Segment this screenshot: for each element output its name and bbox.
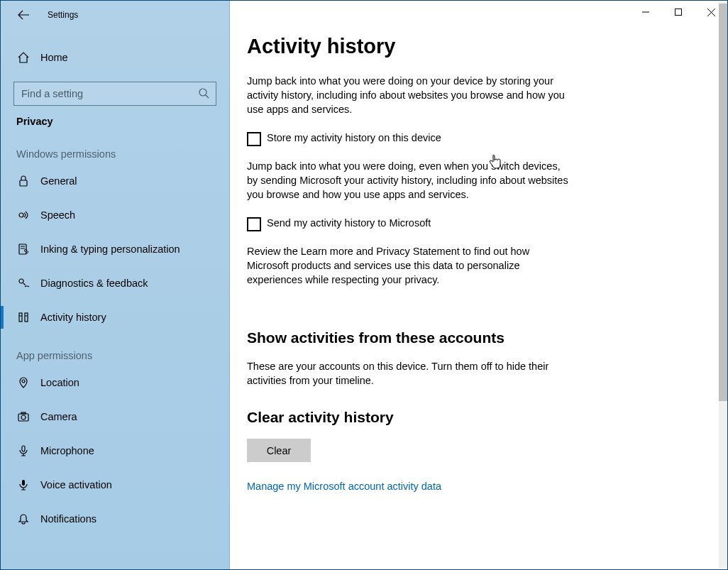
- sidebar-item-home[interactable]: Home: [1, 43, 229, 72]
- sidebar-item-label: Speech: [40, 209, 75, 221]
- svg-rect-15: [21, 412, 26, 414]
- sidebar-item-label: Diagnostics & feedback: [40, 278, 148, 289]
- scroll-area: Activity history Jump back into what you…: [230, 1, 727, 569]
- search-container: [13, 82, 216, 106]
- sidebar-item-label: Voice activation: [40, 479, 112, 490]
- settings-window: Settings Home Privacy Windows permission…: [0, 0, 728, 570]
- svg-rect-9: [25, 313, 28, 322]
- sidebar-item-location[interactable]: Location: [1, 366, 229, 400]
- voice-icon: [16, 478, 31, 492]
- inking-icon: [16, 242, 31, 256]
- sidebar-item-label: Notifications: [40, 513, 96, 525]
- bell-icon: [16, 512, 31, 526]
- titlebar: Settings: [1, 1, 229, 29]
- svg-rect-2: [20, 180, 27, 186]
- svg-rect-17: [22, 480, 25, 486]
- window-title: Settings: [48, 10, 78, 20]
- svg-rect-8: [19, 313, 22, 322]
- sidebar-item-diagnostics[interactable]: Diagnostics & feedback: [1, 266, 229, 300]
- checkbox-label: Send my activity history to Microsoft: [267, 217, 431, 229]
- nav-list-windows-permissions: General Speech Inking & typing personali…: [1, 164, 229, 334]
- checkbox-row-store: Store my activity history on this device: [247, 132, 699, 146]
- sidebar-item-microphone[interactable]: Microphone: [1, 434, 229, 468]
- sidebar-item-label: Camera: [40, 411, 77, 422]
- sidebar-item-camera[interactable]: Camera: [1, 400, 229, 434]
- location-icon: [16, 376, 31, 390]
- sidebar-item-label: Home: [40, 52, 68, 63]
- lock-icon: [16, 174, 31, 188]
- sidebar-item-label: Activity history: [40, 312, 106, 323]
- privacy-note: Review the Learn more and Privacy Statem…: [247, 244, 573, 287]
- intro-text-2: Jump back into what you were doing, even…: [247, 159, 573, 202]
- back-button[interactable]: [15, 6, 32, 23]
- group-label-app-permissions: App permissions: [16, 350, 229, 361]
- svg-point-12: [22, 380, 25, 383]
- sidebar-item-inking[interactable]: Inking & typing personalization: [1, 232, 229, 266]
- sidebar-item-general[interactable]: General: [1, 164, 229, 198]
- checkbox-send-history[interactable]: [247, 217, 261, 231]
- feedback-icon: [16, 276, 31, 290]
- subheading-clear: Clear activity history: [247, 409, 699, 426]
- intro-text-1: Jump back into what you were doing on yo…: [247, 74, 573, 116]
- sidebar: Settings Home Privacy Windows permission…: [1, 1, 230, 569]
- clear-button[interactable]: Clear: [247, 439, 311, 462]
- breadcrumb: Privacy: [16, 116, 229, 127]
- sidebar-item-notifications[interactable]: Notifications: [1, 502, 229, 536]
- content-area: Activity history Jump back into what you…: [230, 1, 727, 569]
- sidebar-item-voice-activation[interactable]: Voice activation: [1, 468, 229, 502]
- sidebar-item-label: General: [40, 175, 77, 187]
- checkbox-row-send: Send my activity history to Microsoft: [247, 217, 699, 231]
- sidebar-item-label: Location: [40, 377, 79, 388]
- group-label-windows-permissions: Windows permissions: [16, 148, 229, 160]
- page-title: Activity history: [247, 35, 699, 58]
- sidebar-item-activity-history[interactable]: Activity history: [1, 300, 229, 334]
- checkbox-label: Store my activity history on this device: [267, 132, 441, 143]
- svg-point-3: [19, 213, 23, 217]
- accounts-text: These are your accounts on this device. …: [247, 359, 573, 388]
- sidebar-item-speech[interactable]: Speech: [1, 198, 229, 232]
- subheading-accounts: Show activities from these accounts: [247, 329, 699, 346]
- sidebar-item-label: Inking & typing personalization: [40, 243, 180, 255]
- activity-icon: [16, 310, 31, 324]
- svg-point-14: [21, 415, 26, 420]
- svg-rect-16: [22, 446, 25, 451]
- search-input[interactable]: [13, 82, 216, 106]
- checkbox-store-history[interactable]: [247, 132, 261, 146]
- camera-icon: [16, 410, 31, 424]
- arrow-left-icon: [17, 9, 30, 21]
- sidebar-item-label: Microphone: [40, 445, 94, 456]
- home-icon: [16, 50, 31, 65]
- manage-account-link[interactable]: Manage my Microsoft account activity dat…: [247, 481, 441, 492]
- nav-list-app-permissions: Location Camera Microphone Voice activat…: [1, 366, 229, 536]
- speech-icon: [16, 208, 31, 222]
- svg-point-7: [19, 279, 23, 283]
- microphone-icon: [16, 444, 31, 458]
